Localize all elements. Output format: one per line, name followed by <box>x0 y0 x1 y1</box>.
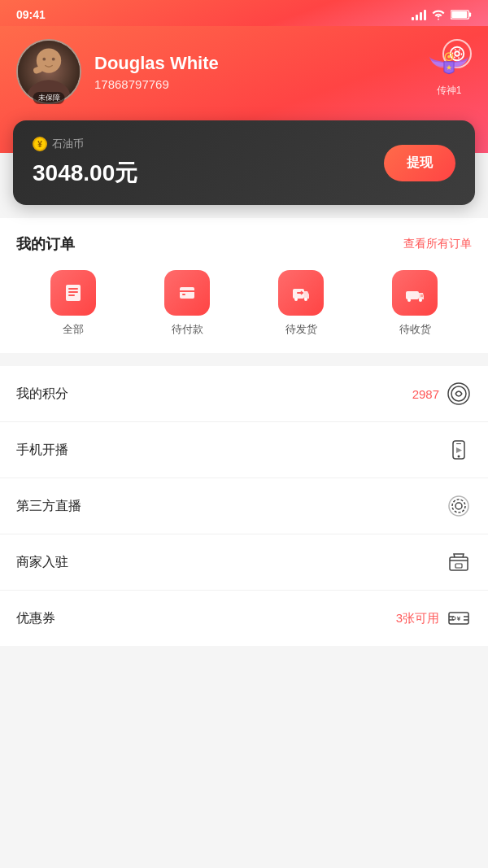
profile-info: Douglas White 17868797769 <box>94 53 413 91</box>
order-label-ship: 待发货 <box>285 322 317 337</box>
order-item-ship[interactable]: 待发货 <box>278 270 324 337</box>
svg-rect-17 <box>68 291 78 293</box>
menu-item-coupon[interactable]: 优惠券 3张可用 ¥ <box>0 591 488 646</box>
menu-right-points: 2987 <box>412 381 472 407</box>
order-label-pay: 待付款 <box>172 322 203 337</box>
svg-rect-1 <box>451 11 467 18</box>
order-icon-pay <box>164 270 210 316</box>
svg-rect-2 <box>469 12 472 16</box>
coin-icon: ¥ <box>33 137 47 151</box>
svg-text:★: ★ <box>446 63 452 71</box>
order-icon-all <box>50 270 96 316</box>
menu-item-merchant[interactable]: 商家入驻 <box>0 534 488 591</box>
menu-text-coupon: 优惠券 <box>16 610 55 627</box>
svg-marker-33 <box>456 447 462 453</box>
menu-item-mobile-broadcast[interactable]: 手机开播 <box>0 422 488 478</box>
live-icon <box>446 493 472 519</box>
svg-rect-24 <box>406 291 419 299</box>
status-bar: 09:41 <box>0 0 488 26</box>
svg-point-31 <box>458 456 460 458</box>
coupon-value: 3张可用 <box>396 611 439 626</box>
svg-point-23 <box>304 298 307 301</box>
points-icon <box>446 381 472 407</box>
order-label-receive: 待收货 <box>399 322 431 337</box>
withdraw-button[interactable]: 提现 <box>384 145 455 181</box>
coupon-icon: ¥ <box>446 605 472 631</box>
signal-icon <box>412 9 426 20</box>
points-value: 2987 <box>412 387 439 401</box>
broadcast-icon <box>446 437 472 463</box>
svg-point-25 <box>407 299 411 302</box>
status-time: 09:41 <box>16 8 46 21</box>
svg-rect-16 <box>68 288 78 290</box>
avatar[interactable]: 未保障 <box>16 39 81 104</box>
menu-left-coupon: 优惠券 <box>16 610 55 627</box>
svg-point-35 <box>452 499 465 513</box>
svg-point-34 <box>455 503 462 509</box>
status-icons <box>412 9 472 20</box>
wallet-section: ¥ 石油币 3048.00元 提现 <box>13 120 475 205</box>
svg-rect-32 <box>456 443 461 444</box>
svg-point-9 <box>42 58 46 61</box>
menu-item-third-party[interactable]: 第三方直播 <box>0 478 488 534</box>
profile-name: Douglas White <box>94 53 413 74</box>
rank-icon: ★ <box>426 46 472 82</box>
menu-item-points[interactable]: 我的积分 2987 <box>0 366 488 422</box>
menu-left-points: 我的积分 <box>16 386 68 403</box>
menu-text-broadcast: 手机开播 <box>16 442 68 459</box>
order-item-pay[interactable]: 待付款 <box>164 270 210 337</box>
menu-right-broadcast <box>446 437 472 463</box>
svg-point-22 <box>294 298 298 301</box>
svg-point-26 <box>419 299 422 302</box>
svg-text:¥: ¥ <box>457 615 461 622</box>
view-all-orders[interactable]: 查看所有订单 <box>403 237 472 251</box>
menu-text-third-party: 第三方直播 <box>16 498 81 515</box>
wallet-card: ¥ 石油币 3048.00元 提现 <box>13 120 475 205</box>
svg-point-29 <box>451 386 466 401</box>
battery-icon <box>451 9 472 20</box>
menu-right-merchant <box>446 549 472 575</box>
menu-right-third-party <box>446 493 472 519</box>
avatar-badge: 未保障 <box>33 92 65 104</box>
menu-text-merchant: 商家入驻 <box>16 554 68 571</box>
menu-text-points: 我的积分 <box>16 386 68 403</box>
rank-label: 传神1 <box>437 84 462 98</box>
menu-left-merchant: 商家入驻 <box>16 554 68 571</box>
svg-rect-18 <box>68 294 75 296</box>
svg-rect-19 <box>180 290 194 292</box>
order-item-all[interactable]: 全部 <box>50 270 96 337</box>
order-icon-receive <box>392 270 438 316</box>
merchant-icon <box>446 549 472 575</box>
profile-row: 未保障 Douglas White 17868797769 <box>16 39 472 104</box>
orders-header: 我的订单 查看所有订单 <box>16 234 472 254</box>
svg-point-10 <box>52 58 55 61</box>
order-icon-ship <box>278 270 324 316</box>
rank-badge: ★ 传神1 <box>426 46 472 98</box>
menu-section: 我的积分 2987 手机开播 <box>0 366 488 646</box>
svg-rect-20 <box>182 294 185 295</box>
profile-phone: 17868797769 <box>94 77 413 91</box>
menu-left-broadcast: 手机开播 <box>16 442 68 459</box>
svg-point-14 <box>447 55 451 58</box>
menu-left-third-party: 第三方直播 <box>16 498 81 515</box>
wallet-info: ¥ 石油币 3048.00元 <box>33 137 137 189</box>
svg-rect-27 <box>420 294 423 297</box>
svg-rect-38 <box>455 564 462 568</box>
wallet-amount: 3048.00元 <box>33 158 137 189</box>
wallet-title: ¥ 石油币 <box>33 137 137 151</box>
wifi-icon <box>431 9 446 20</box>
orders-section: 我的订单 查看所有订单 全部 <box>0 218 488 353</box>
order-item-receive[interactable]: 待收货 <box>392 270 438 337</box>
order-label-all: 全部 <box>63 322 84 337</box>
order-icons: 全部 待付款 <box>16 270 472 337</box>
orders-title: 我的订单 <box>16 234 75 254</box>
menu-right-coupon: 3张可用 ¥ <box>396 605 472 631</box>
